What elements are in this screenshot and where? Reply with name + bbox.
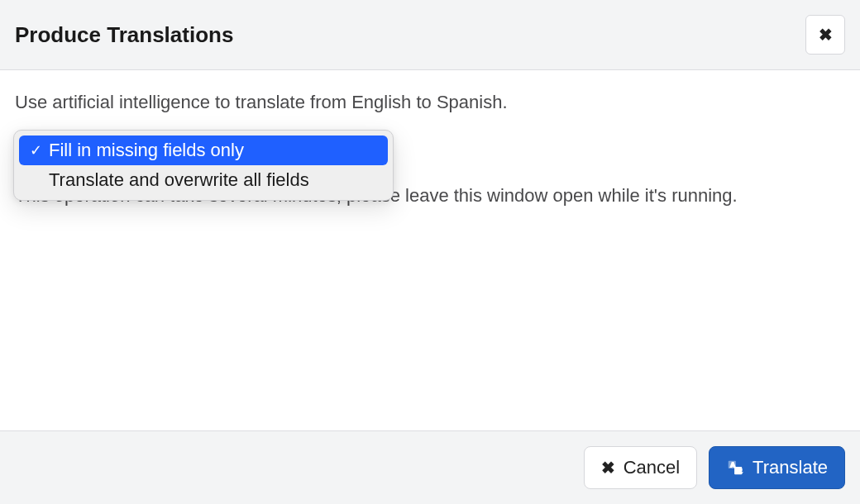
- translate-button[interactable]: A 文 Translate: [709, 446, 845, 489]
- dropdown-option-fill-missing[interactable]: ✓ Fill in missing fields only: [19, 136, 388, 165]
- mode-dropdown-menu[interactable]: ✓ Fill in missing fields only ✓ Translat…: [13, 130, 394, 201]
- modal-header: Produce Translations ✖: [0, 0, 860, 70]
- translate-button-label: Translate: [752, 457, 828, 478]
- intro-text: Use artificial intelligence to translate…: [15, 90, 845, 116]
- dropdown-option-overwrite-all[interactable]: ✓ Translate and overwrite all fields: [19, 165, 388, 195]
- check-icon: ✓: [26, 141, 45, 159]
- close-icon: ✖: [819, 26, 833, 43]
- modal-title: Produce Translations: [15, 22, 233, 48]
- translate-icon: A 文: [726, 459, 744, 477]
- close-icon: ✖: [601, 459, 615, 476]
- cancel-button-label: Cancel: [624, 457, 680, 478]
- svg-text:A: A: [731, 461, 736, 468]
- cancel-button[interactable]: ✖ Cancel: [584, 446, 697, 489]
- dropdown-option-label: Translate and overwrite all fields: [49, 169, 309, 191]
- modal-footer: ✖ Cancel A 文 Translate: [0, 430, 860, 504]
- dropdown-option-label: Fill in missing fields only: [49, 140, 244, 161]
- close-button[interactable]: ✖: [805, 15, 845, 55]
- svg-text:文: 文: [736, 468, 742, 473]
